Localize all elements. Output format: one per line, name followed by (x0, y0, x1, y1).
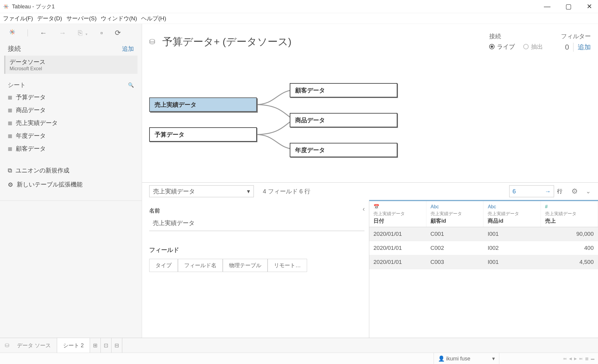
canvas-node-primary[interactable]: 売上実績データ (149, 97, 257, 112)
new-dashboard-icon[interactable]: ⊡ (101, 338, 112, 353)
prev-icon[interactable]: ◀ (569, 357, 572, 361)
string-type-icon: Abc (431, 204, 439, 209)
user-icon: 👤 (438, 356, 445, 362)
save-icon[interactable]: ⎘ ▾ (78, 29, 89, 37)
fields-summary: 4 フィールド 6 行 (263, 187, 310, 195)
menu-bar: ファイル(F) データ(D) サーバー(S) ウィンドウ(N) ヘルプ(H) (0, 13, 598, 24)
new-table-extension[interactable]: ⚙新しいテーブル拡張機能 (5, 178, 136, 192)
forward-icon[interactable]: → (59, 29, 66, 37)
sidebar: ← → ⎘ ▾ ▫ ⟳ 接続 追加 データソース Microsoft Excel… (0, 24, 142, 338)
tab-strip: ⛁ データ ソース シート 2 ⊞ ⊡ ⊟ (0, 338, 598, 353)
canvas-node-year[interactable]: 年度データ (290, 143, 397, 157)
col-header[interactable]: Abc 売上実績データ 顧客id (426, 201, 483, 227)
table-icon: ▦ (8, 133, 12, 139)
table-icon: ▦ (8, 146, 12, 152)
sheet-item[interactable]: ▦商品データ (5, 104, 136, 117)
first-icon[interactable]: ⏮ (563, 357, 567, 361)
col-header[interactable]: # 売上実績データ 売上 (541, 201, 598, 227)
canvas-node-customer[interactable]: 顧客データ (290, 83, 397, 97)
datasource-header: ⛁ 予算データ+ (データソース) 接続 ライブ 抽出 フィルター 0 追加 (142, 24, 598, 54)
fields-label: フィールド (149, 246, 362, 254)
tab-datasource[interactable]: データ ソース (11, 338, 57, 353)
sheet-item[interactable]: ▦予算データ (5, 91, 136, 104)
datasource-icon: ⛁ (149, 38, 155, 46)
table-icon: ▦ (8, 120, 12, 126)
connection-label: 接続 (489, 32, 543, 40)
view2-icon[interactable]: ▬ (591, 357, 594, 361)
preview-pane: 売上実績データ ▾ 4 フィールド 6 行 6 → 行 ⚙ ⌄ ‹ 名 (142, 182, 598, 338)
expand-icon[interactable]: ⌄ (586, 188, 591, 195)
number-type-icon: # (545, 204, 548, 209)
menu-server[interactable]: サーバー(S) (66, 15, 97, 22)
datasource-icon[interactable]: ▫ (100, 29, 103, 37)
title-bar: Tableau - ブック1 — ▢ ✕ (0, 0, 598, 13)
window-controls: — ▢ ✕ (544, 3, 595, 10)
filter-group: フィルター 0 追加 (561, 32, 591, 52)
name-value[interactable]: 売上実績データ (149, 217, 364, 231)
field-tab[interactable]: リモート… (268, 259, 307, 272)
tableau-logo-icon (3, 4, 9, 10)
sheet-item[interactable]: ▦年度データ (5, 129, 136, 142)
close-icon[interactable]: ✕ (587, 3, 592, 10)
refresh-icon[interactable]: ⟳ (115, 29, 121, 37)
name-label: 名前 (149, 207, 362, 214)
relationship-canvas[interactable]: 売上実績データ 予算データ 顧客データ 商品データ 年度データ (142, 54, 598, 182)
tableau-mini-icon[interactable] (9, 29, 16, 37)
connection-mode: 接続 ライブ 抽出 (489, 32, 543, 51)
search-icon[interactable]: 🔍 (128, 82, 134, 88)
menu-help[interactable]: ヘルプ(H) (141, 15, 166, 22)
collapse-icon[interactable]: ‹ (363, 205, 365, 213)
date-type-icon: 📅 (373, 204, 379, 209)
table-row[interactable]: 2020/01/01C003I0014,500 (369, 255, 598, 269)
next-icon[interactable]: ▶ (574, 357, 577, 361)
maximize-icon[interactable]: ▢ (565, 3, 572, 10)
col-header[interactable]: Abc 売上実績データ 商品id (483, 201, 541, 227)
status-bar: 👤 ikumi fuse ▾ ⏮ ◀ ▶ ⏭ ▦ ▬ (0, 353, 598, 364)
add-connection-link[interactable]: 追加 (122, 45, 134, 53)
connections-label: 接続 (8, 44, 21, 53)
main: ← → ⎘ ▾ ▫ ⟳ 接続 追加 データソース Microsoft Excel… (0, 24, 598, 338)
sheet-list: ▦予算データ ▦商品データ ▦売上実績データ ▦年度データ ▦顧客データ (0, 91, 142, 155)
arrow-right-icon: → (545, 188, 551, 195)
back-icon[interactable]: ← (40, 29, 47, 37)
field-tab[interactable]: タイプ (149, 259, 178, 272)
row-count-input[interactable]: 6 → (509, 185, 554, 197)
last-icon[interactable]: ⏭ (579, 357, 583, 361)
extension-icon: ⚙ (8, 181, 13, 188)
filter-count: 0 (565, 43, 569, 51)
menu-window[interactable]: ウィンドウ(N) (101, 15, 137, 22)
table-selector[interactable]: 売上実績データ ▾ (149, 185, 254, 197)
tab-sheet2[interactable]: シート 2 (57, 338, 90, 353)
minimize-icon[interactable]: — (544, 3, 550, 10)
chevron-down-icon: ▾ (247, 188, 250, 195)
table-row[interactable]: 2020/01/01C002I002400 (369, 241, 598, 255)
canvas-node-budget[interactable]: 予算データ (149, 127, 257, 142)
preview-detail: ‹ 名前 売上実績データ フィールド タイプ フィールド名 物理テーブル リモー… (142, 200, 369, 338)
col-header[interactable]: 📅 売上実績データ 日付 (369, 201, 426, 227)
string-type-icon: Abc (488, 204, 496, 209)
chevron-down-icon: ▾ (492, 355, 495, 362)
sidebar-tools: ⧉ユニオンの新規作成 ⚙新しいテーブル拡張機能 (0, 163, 142, 192)
table-row[interactable]: 2020/01/01C001I00190,000 (369, 227, 598, 241)
gear-icon[interactable]: ⚙ (571, 187, 578, 195)
view-icon[interactable]: ▦ (585, 357, 588, 361)
live-radio[interactable]: ライブ (489, 43, 515, 51)
sheet-item[interactable]: ▦売上実績データ (5, 117, 136, 129)
new-story-icon[interactable]: ⊟ (112, 338, 122, 353)
new-worksheet-icon[interactable]: ⊞ (90, 338, 101, 353)
datasource-title[interactable]: 予算データ+ (データソース) (162, 35, 292, 49)
connections-header: 接続 追加 (0, 42, 142, 56)
table-icon: ▦ (8, 94, 12, 100)
field-tab[interactable]: 物理テーブル (223, 259, 268, 272)
canvas-node-product[interactable]: 商品データ (290, 113, 397, 127)
user-dropdown[interactable]: 👤 ikumi fuse ▾ (434, 353, 499, 364)
field-tab[interactable]: フィールド名 (178, 259, 223, 272)
sheet-item[interactable]: ▦顧客データ (5, 142, 136, 155)
connection-item[interactable]: データソース Microsoft Excel (4, 56, 138, 74)
menu-data[interactable]: データ(D) (37, 15, 62, 22)
rows-label: 行 (557, 188, 562, 195)
new-union[interactable]: ⧉ユニオンの新規作成 (5, 163, 136, 178)
extract-radio[interactable]: 抽出 (523, 43, 543, 51)
filter-add-link[interactable]: 追加 (573, 43, 591, 52)
menu-file[interactable]: ファイル(F) (3, 15, 33, 22)
